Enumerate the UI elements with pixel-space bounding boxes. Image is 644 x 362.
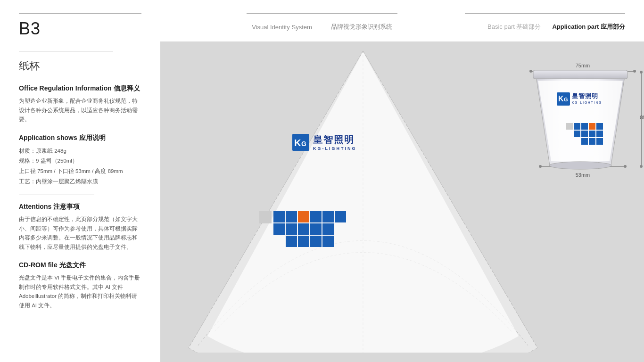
svg-rect-13 bbox=[298, 236, 309, 247]
dim-dot-rt bbox=[640, 71, 643, 74]
basic-part-label: Basic part 基础部分 bbox=[487, 23, 541, 31]
spec2: 规格：9 盎司（250ml） bbox=[19, 156, 141, 166]
svg-rect-19 bbox=[533, 70, 627, 79]
svg-text:KG-LIGHTING: KG-LIGHTING bbox=[572, 101, 602, 104]
svg-rect-30 bbox=[596, 123, 603, 130]
att-text: 由于信息的不确定性，此页部分规范（如文字大小、间距等）可作为参考使用，具体可根据… bbox=[19, 215, 141, 252]
svg-rect-16 bbox=[322, 223, 334, 235]
section-divider bbox=[19, 195, 94, 195]
svg-rect-10 bbox=[298, 223, 309, 235]
svg-rect-35 bbox=[581, 138, 588, 145]
header-center-content: Visual Identity System 品牌视觉形象识别系统 bbox=[252, 23, 392, 31]
svg-rect-18 bbox=[335, 211, 346, 222]
fan-brand-en: KG-LIGHTING bbox=[313, 146, 357, 151]
svg-rect-27 bbox=[574, 123, 580, 130]
svg-rect-11 bbox=[310, 223, 322, 235]
svg-text:K: K bbox=[558, 95, 564, 103]
svg-text:G: G bbox=[564, 97, 568, 102]
svg-rect-6 bbox=[298, 211, 309, 222]
app-heading: Application shows 应用说明 bbox=[19, 134, 141, 142]
left-panel: 纸杯 Office Regulation Information 信息释义 为塑… bbox=[0, 41, 160, 362]
svg-rect-29 bbox=[589, 123, 595, 130]
svg-rect-8 bbox=[273, 223, 285, 235]
section-title: 纸杯 bbox=[19, 59, 141, 73]
left-divider bbox=[19, 51, 113, 51]
svg-rect-7 bbox=[310, 211, 322, 222]
pattern-gray-single bbox=[259, 211, 272, 223]
info-text: 为塑造企业新形象，配合企业商务礼仪规范，特设计各种办公系统用品，以适应各种商务活… bbox=[19, 97, 141, 124]
svg-text:皇智照明: 皇智照明 bbox=[572, 92, 598, 99]
fan-pattern bbox=[273, 211, 349, 260]
cup-svg: K G 皇智照明 KG-LIGHTING bbox=[528, 66, 632, 170]
svg-rect-28 bbox=[581, 123, 588, 130]
dim-53-label: 53mm bbox=[576, 172, 590, 178]
fan-svg bbox=[160, 41, 566, 353]
main-area: K G 皇智照明 KG-LIGHTING bbox=[160, 41, 644, 362]
svg-rect-34 bbox=[596, 131, 603, 137]
svg-rect-37 bbox=[596, 138, 603, 145]
svg-rect-4 bbox=[273, 211, 285, 222]
att-heading: Attentions 注意事项 bbox=[19, 203, 141, 211]
cdrom-text: 光盘文件是本 VI 手册电子文件的集合，内含手册制作时的专用软件格式文件。其中 … bbox=[19, 273, 141, 310]
pattern-grid bbox=[273, 211, 349, 258]
svg-rect-9 bbox=[286, 223, 297, 235]
right-top-line bbox=[465, 13, 625, 14]
svg-rect-5 bbox=[286, 211, 297, 222]
svg-rect-14 bbox=[310, 236, 322, 247]
center-top-line bbox=[247, 13, 397, 14]
svg-text:G: G bbox=[301, 140, 306, 148]
vis-identity-label: Visual Identity System bbox=[252, 24, 312, 31]
fan-brand-text: 皇智照明 KG-LIGHTING bbox=[313, 133, 357, 151]
info-heading: Office Regulation Information 信息释义 bbox=[19, 84, 141, 93]
app-part-label: Application part 应用部分 bbox=[552, 23, 625, 31]
svg-rect-12 bbox=[286, 236, 297, 247]
svg-rect-31 bbox=[574, 131, 580, 137]
fan-kg-icon: K G bbox=[292, 134, 309, 151]
spec4: 工艺：内壁涂一层聚乙烯隔水膜 bbox=[19, 177, 141, 187]
spec1: 材质：原浆纸 248g bbox=[19, 146, 141, 156]
svg-rect-32 bbox=[581, 131, 588, 137]
svg-text:K: K bbox=[294, 138, 301, 148]
svg-rect-26 bbox=[566, 123, 573, 130]
svg-rect-17 bbox=[322, 236, 334, 247]
cdrom-heading: CD-ROM file 光盘文件 bbox=[19, 261, 141, 270]
brand-cn-label: 品牌视觉形象识别系统 bbox=[331, 23, 392, 31]
dim-89-label: 89mm bbox=[640, 115, 644, 120]
fan-brand-cn: 皇智照明 bbox=[313, 133, 357, 146]
page-code: B3 bbox=[19, 19, 41, 39]
header: B3 Visual Identity System 品牌视觉形象识别系统 Bas… bbox=[0, 0, 644, 41]
svg-rect-33 bbox=[589, 131, 595, 137]
fan-brand-row: K G 皇智照明 KG-LIGHTING bbox=[292, 133, 357, 151]
header-top-divider bbox=[19, 13, 141, 14]
svg-rect-36 bbox=[589, 138, 595, 145]
header-right-content: Basic part 基础部分 Application part 应用部分 bbox=[487, 23, 625, 31]
svg-rect-15 bbox=[322, 211, 334, 222]
svg-point-20 bbox=[549, 162, 611, 169]
spec3: 上口径 75mm / 下口径 53mm / 高度 89mm bbox=[19, 166, 141, 177]
fan-logo: K G 皇智照明 KG-LIGHTING bbox=[292, 133, 357, 153]
dim-dot-tr bbox=[633, 70, 636, 73]
dim-dot-rb bbox=[640, 165, 643, 168]
